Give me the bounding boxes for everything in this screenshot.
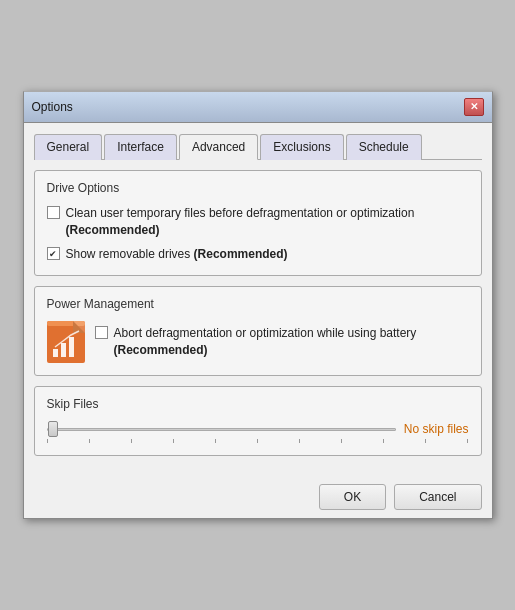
tab-bar: General Interface Advanced Exclusions Sc… xyxy=(34,133,482,160)
svg-rect-5 xyxy=(61,343,66,357)
ok-button[interactable]: OK xyxy=(319,484,386,510)
tab-general[interactable]: General xyxy=(34,134,103,160)
tick-marks xyxy=(47,439,469,443)
show-removable-drives-row: Show removable drives (Recommended) xyxy=(47,246,469,263)
clean-temp-files-label: Clean user temporary files before defrag… xyxy=(66,205,469,239)
close-button[interactable]: ✕ xyxy=(464,98,484,116)
tick-8 xyxy=(341,439,342,443)
options-window: Options ✕ General Interface Advanced Exc… xyxy=(23,91,493,519)
cancel-button[interactable]: Cancel xyxy=(394,484,481,510)
skip-files-slider-container: No skip files xyxy=(47,421,469,437)
tick-11 xyxy=(467,439,468,443)
tick-7 xyxy=(299,439,300,443)
main-content: General Interface Advanced Exclusions Sc… xyxy=(24,123,492,476)
battery-chart-icon xyxy=(47,321,85,363)
tab-interface[interactable]: Interface xyxy=(104,134,177,160)
tab-exclusions[interactable]: Exclusions xyxy=(260,134,343,160)
clean-temp-files-checkbox[interactable] xyxy=(47,206,60,219)
skip-files-slider[interactable] xyxy=(47,421,396,437)
no-skip-files-label: No skip files xyxy=(404,422,469,436)
skip-files-title: Skip Files xyxy=(47,397,469,411)
power-management-section: Power Management xyxy=(34,286,482,376)
drive-options-title: Drive Options xyxy=(47,181,469,195)
power-management-title: Power Management xyxy=(47,297,469,311)
tick-2 xyxy=(89,439,90,443)
title-bar: Options ✕ xyxy=(24,92,492,123)
slider-track xyxy=(47,428,396,431)
window-title: Options xyxy=(32,100,73,114)
footer: OK Cancel xyxy=(24,476,492,518)
show-removable-drives-checkbox[interactable] xyxy=(47,247,60,260)
svg-rect-6 xyxy=(69,337,74,357)
clean-temp-files-row: Clean user temporary files before defrag… xyxy=(47,205,469,239)
tab-advanced[interactable]: Advanced xyxy=(179,134,258,160)
title-bar-controls: ✕ xyxy=(464,98,484,116)
tick-3 xyxy=(131,439,132,443)
slider-thumb[interactable] xyxy=(48,421,58,437)
show-removable-drives-label: Show removable drives (Recommended) xyxy=(66,246,288,263)
svg-rect-4 xyxy=(53,349,58,357)
drive-options-section: Drive Options Clean user temporary files… xyxy=(34,170,482,276)
tick-1 xyxy=(47,439,48,443)
abort-defrag-checkbox[interactable] xyxy=(95,326,108,339)
abort-defrag-row: Abort defragmentation or optimization wh… xyxy=(95,325,469,359)
tick-5 xyxy=(215,439,216,443)
tick-6 xyxy=(257,439,258,443)
tick-4 xyxy=(173,439,174,443)
tick-10 xyxy=(425,439,426,443)
skip-files-section: Skip Files No skip files xyxy=(34,386,482,456)
tick-9 xyxy=(383,439,384,443)
abort-defrag-label: Abort defragmentation or optimization wh… xyxy=(114,325,469,359)
tab-schedule[interactable]: Schedule xyxy=(346,134,422,160)
power-row: Abort defragmentation or optimization wh… xyxy=(47,321,469,363)
